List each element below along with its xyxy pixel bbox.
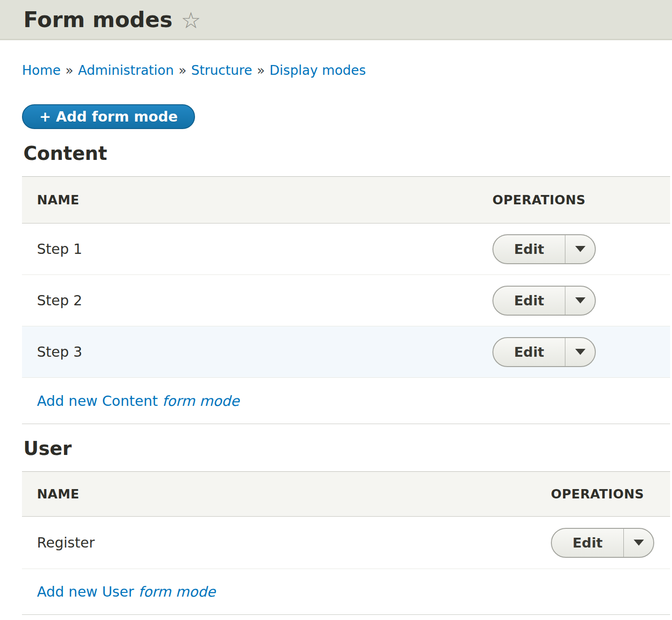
table-row: Add new Content form mode [22,378,670,424]
chevron-down-icon [634,540,644,546]
form-mode-name: Step 2 [22,275,477,326]
table-header-row: NAME OPERATIONS [22,177,670,223]
add-new-content-form-mode-link[interactable]: Add new Content form mode [37,393,239,409]
breadcrumb-link-administration[interactable]: Administration [78,63,174,78]
page-title: Form modes [23,7,173,32]
section-heading-user: User [23,437,670,460]
column-header-name: NAME [22,177,477,223]
breadcrumb-separator: » [65,63,73,78]
section-heading-content: Content [23,142,670,165]
add-new-user-form-mode-link[interactable]: Add new User form mode [37,584,216,600]
edit-button[interactable]: Edit [493,287,565,315]
operations-dropbutton: Edit [492,234,596,264]
form-modes-table-user: NAME OPERATIONS Register Edit Add new Us… [22,471,670,615]
page-header: Form modes ☆ [0,0,672,40]
table-row: Step 3 Edit [22,326,670,378]
dropdown-toggle-button[interactable] [565,235,595,263]
table-row: Step 2 Edit [22,275,670,326]
chevron-down-icon [575,297,585,303]
breadcrumb-separator: » [179,63,187,78]
breadcrumb-separator: » [257,63,265,78]
column-header-operations: OPERATIONS [536,472,670,517]
chevron-down-icon [575,246,585,252]
chevron-down-icon [575,349,585,355]
form-mode-name: Step 1 [22,223,477,275]
breadcrumb-link-display-modes[interactable]: Display modes [269,63,366,78]
breadcrumb-link-home[interactable]: Home [22,63,61,78]
operations-dropbutton: Edit [551,528,654,558]
breadcrumb-link-structure[interactable]: Structure [191,63,252,78]
edit-button[interactable]: Edit [493,338,565,366]
add-form-mode-button[interactable]: + Add form mode [22,104,195,129]
column-header-name: NAME [22,472,536,517]
form-mode-name: Register [22,517,536,569]
dropdown-toggle-button[interactable] [623,529,653,557]
form-modes-table-content: NAME OPERATIONS Step 1 Edit Step 2 Edit [22,176,670,424]
edit-button[interactable]: Edit [552,529,623,557]
edit-button[interactable]: Edit [493,235,565,263]
table-row: Add new User form mode [22,569,670,615]
form-mode-name: Step 3 [22,326,477,378]
dropdown-toggle-button[interactable] [565,287,595,315]
favorite-star-icon[interactable]: ☆ [181,9,201,31]
table-header-row: NAME OPERATIONS [22,472,670,517]
breadcrumb: Home»Administration»Structure»Display mo… [22,63,670,78]
operations-dropbutton: Edit [492,286,596,316]
dropdown-toggle-button[interactable] [565,338,595,366]
column-header-operations: OPERATIONS [477,177,670,223]
table-row: Step 1 Edit [22,223,670,275]
table-row: Register Edit [22,517,670,569]
operations-dropbutton: Edit [492,337,596,367]
main-content: Home»Administration»Structure»Display mo… [0,63,672,615]
